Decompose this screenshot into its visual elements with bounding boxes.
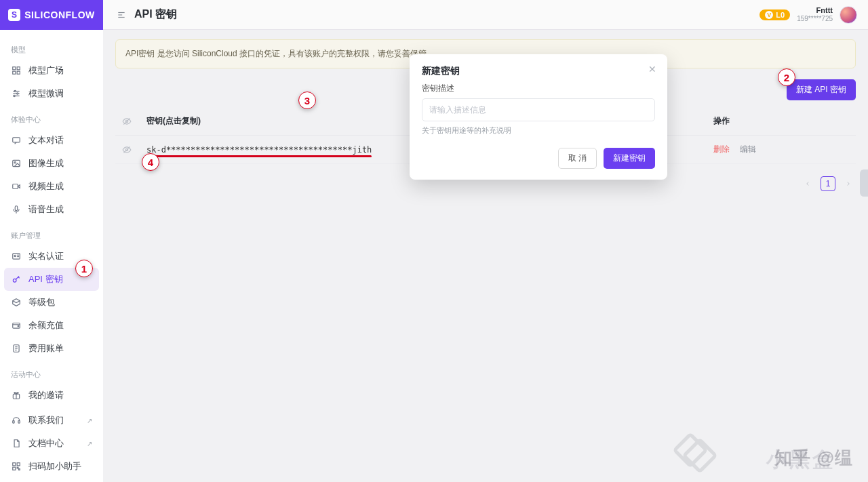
create-key-modal: ✕ 新建密钥 密钥描述 关于密钥用途等的补充说明 取 消 新建密钥 [410,54,667,180]
nav-item-label: 模型广场 [28,64,64,77]
svg-rect-35 [19,469,20,470]
id-icon [11,251,22,262]
nav-group-title: 模型 [4,42,99,59]
nav-group-experience: 体验中心 文本对话 图像生成 视频生成 [4,112,99,221]
nav-item-image-gen[interactable]: 图像生成 [4,152,99,175]
nav-item-label: 扫码加小助手 [28,460,81,473]
sidebar: S SILICONFLOW 模型 模型广场 模型微调 [0,0,103,482]
close-icon: ✕ [648,64,656,75]
nav-group-title: 账户管理 [4,228,99,245]
nav-item-model-finetune[interactable]: 模型微调 [4,82,99,105]
video-icon [11,181,22,192]
nav-item-label: 等级包 [28,296,55,308]
nav-item-label: 视频生成 [28,180,64,193]
svg-rect-1 [17,67,20,70]
gift-icon [11,390,22,401]
nav-item-text-chat[interactable]: 文本对话 [4,129,99,152]
nav-item-label: 文档中心 [28,437,64,449]
nav: 模型 模型广场 模型微调 体验中心 [0,30,103,405]
svg-point-17 [14,255,16,256]
nav-item-contact-us[interactable]: 联系我们 ↗ [4,409,99,432]
nav-item-label: 实名认证 [28,250,64,262]
sidebar-bottom: 联系我们 ↗ 文档中心 ↗ 扫码加小助手 [0,405,103,482]
callout-1: 1 [75,260,93,277]
main: API 密钥 V L0 Fnttt 159*****725 API密钥 是您访问… [103,0,868,482]
nav-item-qr-helper[interactable]: 扫码加小助手 [4,455,99,478]
callout-4: 4 [142,153,159,171]
svg-rect-0 [13,67,16,70]
watermark-primary: 知乎 @缊 [774,446,853,470]
callout-2: 2 [778,68,795,86]
nav-item-label: 文本对话 [28,134,64,146]
cancel-button[interactable]: 取 消 [558,148,597,169]
nav-item-label: 模型微调 [28,87,64,100]
nav-item-label: 联系我们 [28,414,64,426]
modal-title: 新建密钥 [422,65,655,77]
chat-icon [11,135,22,146]
brand-logo-icon: S [8,9,20,21]
key-description-input[interactable] [422,98,655,121]
brand[interactable]: S SILICONFLOW [0,0,103,30]
svg-rect-11 [13,160,20,166]
image-icon [11,158,22,169]
external-icon: ↗ [87,440,92,447]
nav-group-account: 账户管理 实名认证 API 密钥 等级包 [4,228,99,360]
external-icon: ↗ [87,417,92,424]
nav-item-voice-gen[interactable]: 语音生成 [4,198,99,221]
nav-item-model-plaza[interactable]: 模型广场 [4,59,99,82]
doc-icon [11,438,22,449]
nav-item-label: 我的邀请 [28,389,64,401]
nav-item-billing[interactable]: 费用账单 [4,337,99,360]
svg-rect-10 [13,138,20,142]
svg-rect-30 [18,421,20,424]
nav-item-label: 语音生成 [28,203,64,216]
svg-rect-13 [13,184,18,189]
svg-rect-34 [17,467,18,468]
nav-item-label: API 密钥 [28,273,63,285]
svg-rect-33 [13,467,16,470]
sliders-icon [11,88,22,99]
nav-item-video-gen[interactable]: 视频生成 [4,175,99,198]
nav-item-label: 费用账单 [28,342,64,355]
modal-hint: 关于密钥用途等的补充说明 [422,125,655,136]
svg-rect-2 [13,71,16,74]
grid-icon [11,65,22,76]
svg-rect-14 [15,206,18,211]
qr-icon [11,461,22,472]
package-icon [11,297,22,308]
nav-item-recharge[interactable]: 余额充值 [4,314,99,337]
mic-icon [11,204,22,215]
svg-point-9 [14,95,15,96]
key-icon [11,274,22,285]
modal-close-button[interactable]: ✕ [646,62,659,76]
nav-item-my-invites[interactable]: 我的邀请 [4,384,99,405]
wallet-icon [11,320,22,331]
confirm-create-button[interactable]: 新建密钥 [604,148,655,169]
modal-footer: 取 消 新建密钥 [422,148,655,169]
svg-point-7 [14,90,16,92]
nav-item-label: 余额充值 [28,319,64,332]
nav-group-title: 体验中心 [4,112,99,129]
nav-group-models: 模型 模型广场 模型微调 [4,42,99,105]
svg-point-22 [18,325,19,327]
nav-item-tier-package[interactable]: 等级包 [4,291,99,314]
callout-3: 3 [298,92,316,109]
modal-field-label: 密钥描述 [422,83,655,94]
svg-rect-3 [17,71,20,74]
headset-icon [11,415,22,426]
nav-group-activity: 活动中心 我的邀请 [4,367,99,405]
nav-item-docs[interactable]: 文档中心 ↗ [4,432,99,455]
nav-group-title: 活动中心 [4,367,99,384]
svg-rect-31 [13,463,16,466]
nav-item-label: 图像生成 [28,157,64,169]
svg-rect-32 [17,463,20,466]
svg-point-8 [17,93,18,94]
watermark-logo [677,437,709,468]
bill-icon [11,343,22,354]
svg-point-12 [14,162,16,163]
brand-name: SILICONFLOW [24,9,95,20]
svg-point-20 [13,279,16,282]
svg-rect-29 [13,421,14,424]
scrollbar-hint[interactable] [860,169,868,197]
